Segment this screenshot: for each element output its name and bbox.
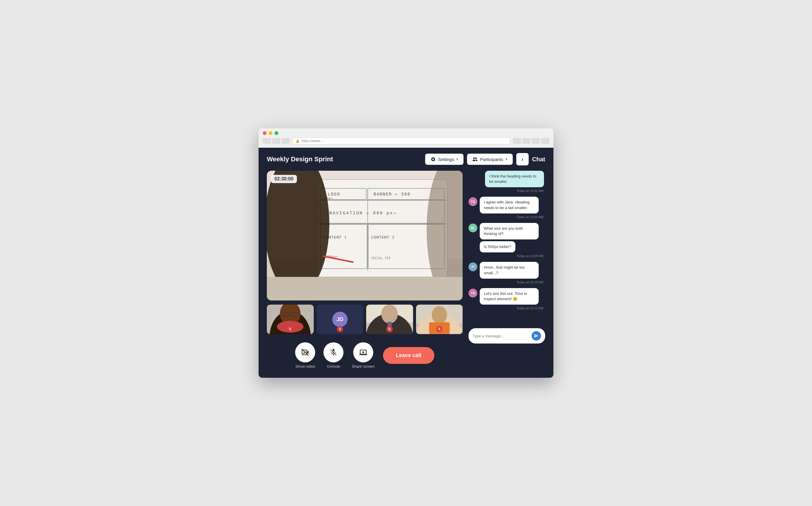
- svg-text:SOCIAL FEE: SOCIAL FEE: [371, 256, 391, 260]
- participant-avatar-2: JD: [332, 312, 348, 327]
- chat-bubble-3a: What size are you both thinking of?: [480, 223, 539, 239]
- traffic-maximize[interactable]: [274, 131, 278, 135]
- share-screen-label: Share screen: [352, 364, 374, 368]
- meeting-title: Weekly Design Sprint: [267, 155, 422, 163]
- participants-button[interactable]: Participants ▾: [467, 154, 513, 165]
- mic-off-badge-2: [337, 326, 343, 332]
- chat-message-group-4: JT Hmm...that might be too small...? Tod…: [468, 262, 544, 284]
- chat-section: I think the heading needs to be smaller …: [468, 171, 545, 373]
- browser-address-bar[interactable]: 🔒 https://www....: [292, 138, 510, 145]
- traffic-minimize[interactable]: [269, 131, 272, 135]
- svg-text:LOGO: LOGO: [328, 192, 340, 196]
- chat-header-title: Chat: [532, 156, 545, 163]
- url-text: https://www....: [302, 139, 324, 143]
- video-scene-svg: LOGO ←200px→ BANNER ← 500 NAVIGATION ← 8…: [267, 171, 463, 301]
- chat-bubble-1: I think the heading needs to be smaller: [485, 171, 544, 187]
- send-icon: [534, 334, 539, 338]
- participant-thumb-2: JD: [317, 305, 364, 334]
- mic-off-badge-3: [386, 326, 393, 332]
- lock-icon: 🔒: [295, 139, 300, 143]
- app-header: Weekly Design Sprint Settings ▾ Particip…: [259, 148, 553, 171]
- browser-extra-btn-3[interactable]: [532, 138, 540, 144]
- chat-msg-row-5: TS Let's test this out. Time to inspect …: [468, 288, 544, 305]
- show-video-control[interactable]: Show video: [295, 342, 315, 368]
- app-content: Weekly Design Sprint Settings ▾ Particip…: [259, 148, 553, 378]
- main-video-bg: LOGO ←200px→ BANNER ← 500 NAVIGATION ← 8…: [267, 171, 463, 301]
- avatar-jt: JT: [468, 262, 477, 271]
- participant-strip: JD: [267, 305, 463, 334]
- chat-messages: I think the heading needs to be smaller …: [468, 171, 545, 324]
- settings-label: Settings: [438, 157, 454, 162]
- chat-bubble-4: Hmm...that might be too small...?: [480, 262, 539, 278]
- browser-extra-btn-2[interactable]: [522, 138, 530, 144]
- svg-text:CONTENT 2: CONTENT 2: [371, 235, 394, 239]
- chat-time-2: Today at 10:02 AM: [517, 215, 544, 219]
- chat-bubble-2: I agree with Jane. Heading needs to be a…: [480, 197, 539, 213]
- browser-nav-forward[interactable]: [272, 138, 280, 144]
- chat-bubble-5: Let's test this out. Time to inspect ele…: [480, 288, 539, 305]
- chat-send-button[interactable]: [532, 331, 541, 341]
- participant-thumb-1: [267, 305, 314, 334]
- browser-extra-buttons: [513, 138, 549, 144]
- main-video: LOGO ←200px→ BANNER ← 500 NAVIGATION ← 8…: [267, 171, 463, 301]
- svg-rect-22: [267, 277, 463, 301]
- participants-label: Participants: [480, 157, 503, 162]
- mic-off-badge-4: [436, 326, 443, 332]
- mic-off-icon-3: [388, 327, 391, 331]
- chat-msg-row-3b: Is 500px better?: [480, 241, 544, 252]
- browser-extra-btn-4[interactable]: [541, 138, 549, 144]
- svg-text:BANNER ← 500: BANNER ← 500: [374, 192, 411, 196]
- controls-bar: Show video Unmute: [267, 338, 463, 371]
- chat-msg-row-2: TS I agree with Jane. Heading needs to b…: [468, 197, 544, 213]
- share-screen-button[interactable]: [353, 342, 373, 362]
- mic-off-icon-4: [438, 327, 441, 331]
- browser-nav-buttons: [263, 138, 290, 144]
- svg-text:NAVIGATION ← 800 px→: NAVIGATION ← 800 px→: [329, 210, 397, 215]
- chat-time-1: Today at 10:02 AM: [517, 189, 544, 192]
- svg-point-32: [381, 305, 398, 324]
- chat-msg-row-3a: AL What size are you both thinking of?: [468, 223, 544, 239]
- share-screen-control[interactable]: Share screen: [352, 342, 374, 368]
- chat-time-4: Today at 10:10 AM: [517, 280, 544, 284]
- chat-message-group-5: TS Let's test this out. Time to inspect …: [468, 288, 544, 310]
- settings-chevron-icon: ▾: [456, 157, 458, 161]
- browser-traffic-lights: [263, 131, 549, 135]
- show-video-label: Show video: [295, 364, 315, 368]
- participant-thumb-3: [366, 305, 413, 334]
- browser-window: 🔒 https://www.... Weekly Design Sprint S…: [259, 128, 553, 378]
- browser-nav-refresh[interactable]: [282, 138, 290, 144]
- app-main: LOGO ←200px→ BANNER ← 500 NAVIGATION ← 8…: [259, 171, 553, 378]
- leave-call-button[interactable]: Leave call: [383, 347, 434, 364]
- mic-off-badge-1: [287, 326, 293, 332]
- svg-point-37: [432, 306, 447, 324]
- collapse-icon: ›: [522, 156, 523, 162]
- participant-thumb-4: [416, 305, 463, 334]
- chat-message-group-1: I think the heading needs to be smaller …: [468, 171, 544, 192]
- participants-icon: [472, 157, 478, 162]
- chat-input-area[interactable]: [468, 328, 545, 344]
- avatar-al: AL: [468, 224, 477, 232]
- share-screen-icon: [359, 348, 367, 356]
- chat-input-field[interactable]: [473, 334, 529, 338]
- chat-message-group-3: AL What size are you both thinking of? I…: [468, 223, 544, 258]
- unmute-button[interactable]: [324, 342, 344, 362]
- browser-extra-btn-1[interactable]: [513, 138, 521, 144]
- show-video-button[interactable]: [295, 342, 315, 362]
- avatar-ts: TS: [468, 197, 477, 206]
- unmute-label: Unmute: [327, 364, 341, 368]
- unmute-control[interactable]: Unmute: [324, 342, 344, 368]
- chat-time-3: Today at 10:05 AM: [517, 254, 544, 258]
- mic-off-icon-1: [288, 327, 292, 331]
- chat-bubble-3b: Is 500px better?: [480, 241, 515, 252]
- collapse-button[interactable]: ›: [516, 153, 529, 165]
- avatar-ts-2: TS: [468, 289, 477, 298]
- settings-button[interactable]: Settings ▾: [425, 154, 463, 165]
- mic-muted-icon: [329, 348, 338, 356]
- chat-time-5: Today at 10:12 AM: [517, 306, 544, 310]
- browser-toolbar: 🔒 https://www....: [263, 138, 549, 145]
- traffic-close[interactable]: [263, 131, 267, 135]
- browser-chrome: 🔒 https://www....: [259, 128, 553, 148]
- gear-icon: [431, 157, 436, 162]
- chat-message-group-2: TS I agree with Jane. Heading needs to b…: [468, 197, 544, 219]
- browser-nav-back[interactable]: [263, 138, 271, 144]
